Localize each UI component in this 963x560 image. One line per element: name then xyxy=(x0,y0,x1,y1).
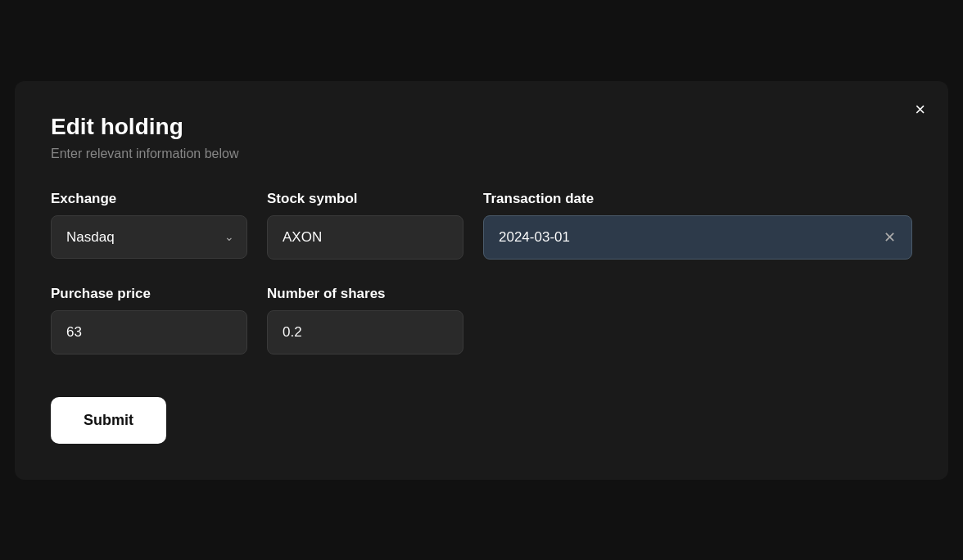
close-button[interactable]: × xyxy=(911,97,929,122)
exchange-select[interactable]: Nasdaq NYSE LSE TSX xyxy=(51,215,247,259)
form-row-1: Exchange Nasdaq NYSE LSE TSX ⌄ Stock sym… xyxy=(51,191,912,260)
transaction-date-group: Transaction date ✕ xyxy=(483,191,912,260)
transaction-date-input[interactable] xyxy=(483,215,912,260)
modal-title: Edit holding xyxy=(51,114,912,140)
purchase-price-label: Purchase price xyxy=(51,286,247,302)
modal-subtitle: Enter relevant information below xyxy=(51,147,912,161)
transaction-date-wrapper: ✕ xyxy=(483,215,912,260)
exchange-select-wrapper: Nasdaq NYSE LSE TSX ⌄ xyxy=(51,215,247,259)
exchange-group: Exchange Nasdaq NYSE LSE TSX ⌄ xyxy=(51,191,247,259)
transaction-date-label: Transaction date xyxy=(483,191,912,207)
purchase-price-group: Purchase price xyxy=(51,286,247,355)
modal-overlay: × Edit holding Enter relevant informatio… xyxy=(0,0,963,560)
stock-symbol-label: Stock symbol xyxy=(267,191,463,207)
exchange-label: Exchange xyxy=(51,191,247,207)
modal-dialog: × Edit holding Enter relevant informatio… xyxy=(15,81,948,480)
num-shares-label: Number of shares xyxy=(267,286,463,302)
num-shares-group: Number of shares xyxy=(267,286,463,355)
num-shares-input[interactable] xyxy=(267,310,463,355)
purchase-price-input[interactable] xyxy=(51,310,247,355)
form-row-2: Purchase price Number of shares xyxy=(51,286,912,355)
date-clear-button[interactable]: ✕ xyxy=(880,228,899,246)
stock-symbol-group: Stock symbol xyxy=(267,191,463,260)
submit-button[interactable]: Submit xyxy=(51,397,166,444)
stock-symbol-input[interactable] xyxy=(267,215,463,260)
